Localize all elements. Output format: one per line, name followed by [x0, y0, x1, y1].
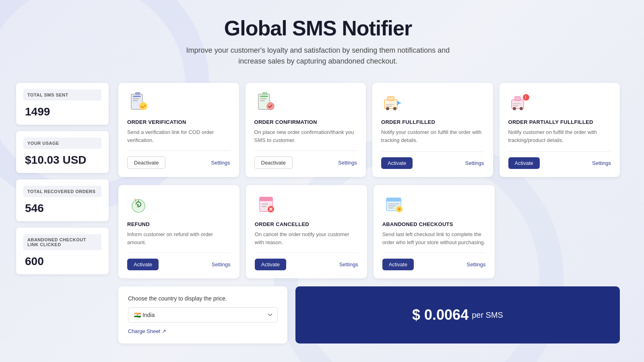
order-partially-fullfilled-icon: !: [508, 91, 531, 113]
svg-rect-27: [262, 204, 268, 205]
svg-rect-30: [386, 198, 401, 202]
card-actions-order-verification: Deactivate Settings: [127, 156, 230, 169]
stat-card-recovered: TOTAL RECOVERED ORDERS 546: [16, 179, 109, 221]
svg-point-15: [393, 107, 396, 110]
page-header: Global SMS Notifier Improve your custome…: [16, 16, 620, 67]
svg-rect-17: [515, 97, 520, 101]
stat-label-recovered: TOTAL RECOVERED ORDERS: [23, 186, 101, 197]
svg-rect-8: [260, 96, 268, 97]
card-title-order-fullfilled: ORDER FULLFILLED: [381, 119, 484, 125]
svg-rect-7: [262, 93, 267, 95]
card-order-fullfilled: ORDER FULLFILLED Notify your customer on…: [372, 83, 493, 177]
stat-label-usage: YOUR USAGE: [23, 138, 101, 149]
charge-sheet-link[interactable]: Charge Sheet ↗: [128, 328, 166, 334]
activate-order-cancelled-button[interactable]: Activate: [255, 259, 286, 270]
stat-label-abandoned: ABANDONED CHECKOUT LINK CLICKED: [23, 234, 101, 250]
svg-rect-9: [260, 98, 266, 99]
order-verification-icon: [127, 91, 150, 113]
svg-rect-3: [133, 100, 138, 101]
cards-row2: $ REFUND Inform customer on refund with …: [118, 185, 495, 278]
card-title-order-verification: ORDER VERIFICATION: [127, 119, 230, 125]
card-desc-abandoned-checkouts: Send last left checkout link to complete…: [382, 230, 486, 246]
card-order-verification: ORDER VERIFICATION Send a verification l…: [118, 83, 239, 177]
card-desc-order-partially-fullfilled: Notify customer on fulfill the order wit…: [508, 128, 611, 145]
svg-rect-2: [133, 98, 139, 99]
card-order-confirmation: ORDER CONFIRMATION On place new order co…: [246, 83, 366, 177]
svg-text:$: $: [137, 204, 139, 208]
card-actions-order-cancelled: Activate Settings: [255, 259, 358, 270]
card-actions-order-partially-fullfilled: Activate Settings: [508, 157, 611, 169]
order-fullfilled-icon: [381, 91, 404, 113]
svg-rect-31: [388, 204, 399, 204]
settings-order-fullfilled-button[interactable]: Settings: [465, 160, 484, 166]
order-cancelled-icon: [255, 193, 277, 216]
stat-card-usage: YOUR USAGE $10.03 USD: [16, 131, 109, 173]
right-content: ORDER VERIFICATION Send a verification l…: [118, 83, 620, 343]
stat-card-sms-sent: TOTAL SMS SENT 1499: [16, 83, 109, 125]
card-actions-order-confirmation: Deactivate Settings: [254, 156, 357, 169]
svg-rect-25: [260, 197, 272, 201]
svg-rect-5: [135, 93, 140, 95]
card-abandoned-checkouts: ABANDONED CHECKOUTS Send last left check…: [374, 185, 495, 278]
card-order-cancelled: ORDER CANCELLED On cancel the order noti…: [246, 185, 367, 278]
card-desc-order-verification: Send a verification link for COD order v…: [127, 128, 230, 144]
svg-point-14: [386, 107, 389, 110]
svg-rect-10: [260, 100, 265, 101]
stat-value-usage: $10.03 USD: [23, 154, 88, 166]
country-selector-box: Choose the country to display the price.…: [118, 286, 287, 343]
stat-card-abandoned: ABANDONED CHECKOUT LINK CLICKED 600: [16, 228, 109, 274]
card-actions-refund: Activate Settings: [127, 259, 231, 270]
refund-icon: $: [127, 193, 150, 216]
svg-point-18: [513, 107, 516, 110]
card-desc-order-fullfilled: Notify your customer on fulfill the orde…: [381, 128, 484, 145]
svg-rect-13: [388, 97, 394, 101]
settings-order-partially-fullfilled-button[interactable]: Settings: [592, 160, 611, 166]
card-title-abandoned-checkouts: ABANDONED CHECKOUTS: [382, 221, 486, 227]
settings-refund-button[interactable]: Settings: [212, 261, 231, 267]
settings-abandoned-checkouts-button[interactable]: Settings: [467, 261, 486, 267]
card-desc-order-confirmation: On place new order confirmation/thank yo…: [254, 128, 357, 144]
card-order-partially-fullfilled: ! ORDER PARTIALLY FULLFILLED Notify cust…: [500, 83, 620, 177]
stat-value-abandoned: 600: [23, 255, 45, 267]
activate-refund-button[interactable]: Activate: [127, 259, 159, 270]
svg-point-19: [520, 107, 523, 110]
deactivate-order-confirmation-button[interactable]: Deactivate: [254, 156, 293, 169]
card-refund: $ REFUND Inform customer on refund with …: [118, 185, 239, 278]
settings-order-verification-button[interactable]: Settings: [211, 160, 230, 166]
country-select[interactable]: 🇮🇳 India 🇺🇸 United States 🇬🇧 United King…: [128, 307, 278, 323]
card-title-order-partially-fullfilled: ORDER PARTIALLY FULLFILLED: [508, 119, 611, 125]
deactivate-order-verification-button[interactable]: Deactivate: [127, 156, 165, 169]
card-desc-order-cancelled: On cancel the order notify your customer…: [255, 230, 358, 246]
order-confirmation-icon: [254, 91, 277, 113]
svg-text:!: !: [525, 95, 526, 100]
activate-order-fullfilled-button[interactable]: Activate: [381, 157, 413, 169]
settings-order-cancelled-button[interactable]: Settings: [339, 261, 358, 267]
sidebar-stats: TOTAL SMS SENT 1499 YOUR USAGE $10.03 US…: [16, 83, 109, 274]
stat-value-recovered: 546: [23, 202, 45, 214]
bottom-section: Choose the country to display the price.…: [118, 286, 620, 343]
main-layout: TOTAL SMS SENT 1499 YOUR USAGE $10.03 US…: [16, 83, 620, 343]
price-display-box: $ 0.0064 per SMS: [295, 286, 620, 343]
card-desc-refund: Inform customer on refund with order amo…: [127, 230, 231, 246]
price-value: $ 0.0064: [412, 306, 469, 323]
settings-order-confirmation-button[interactable]: Settings: [338, 160, 357, 166]
card-title-order-confirmation: ORDER CONFIRMATION: [254, 119, 357, 125]
svg-rect-1: [133, 96, 141, 97]
svg-rect-32: [388, 206, 396, 206]
activate-abandoned-checkouts-button[interactable]: Activate: [382, 259, 414, 270]
country-selector-label: Choose the country to display the price.: [128, 295, 278, 302]
stat-value-sms-sent: 1499: [23, 105, 52, 118]
card-actions-abandoned-checkouts: Activate Settings: [382, 259, 486, 270]
page-title: Global SMS Notifier: [16, 16, 620, 40]
svg-rect-33: [388, 208, 394, 208]
stat-label-sms-sent: TOTAL SMS SENT: [23, 89, 101, 101]
abandoned-checkouts-icon: [382, 193, 405, 216]
per-sms-label: per SMS: [472, 311, 503, 320]
card-title-refund: REFUND: [127, 221, 231, 227]
card-actions-order-fullfilled: Activate Settings: [381, 157, 484, 169]
cards-row1: ORDER VERIFICATION Send a verification l…: [118, 83, 620, 177]
svg-rect-28: [262, 206, 266, 207]
activate-order-partially-fullfilled-button[interactable]: Activate: [508, 157, 540, 169]
card-title-order-cancelled: ORDER CANCELLED: [255, 221, 358, 227]
page-subtitle: Improve your customer's loyalty and sati…: [177, 45, 459, 67]
